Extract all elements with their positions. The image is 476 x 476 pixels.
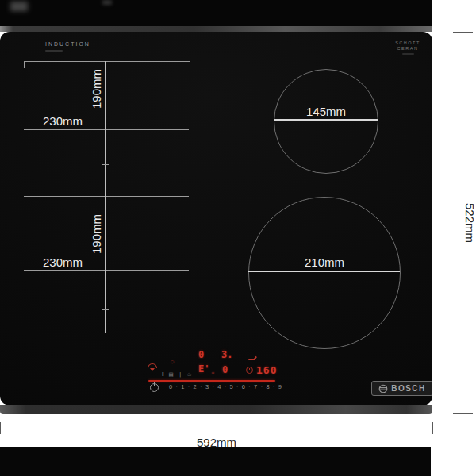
width-dimension-tick-left	[0, 422, 1, 434]
timer-display: 160	[256, 364, 277, 376]
product-dimension-diagram: INDUCTION SCHOTT CERAN 190mm 230mm 190mm…	[0, 0, 476, 476]
slider-number[interactable]: 5	[229, 383, 232, 390]
schott-ceran-subtext	[402, 53, 414, 55]
schott-ceran-print: SCHOTT CERAN	[393, 40, 423, 52]
circle-145-label: 145mm	[306, 105, 346, 118]
induction-print-label: INDUCTION	[45, 41, 90, 47]
star-indicator-icon: *	[211, 371, 215, 378]
slider-number[interactable]: 3	[205, 383, 209, 390]
width-dimension-line	[0, 428, 433, 428]
cooking-zone-circle-145	[274, 69, 378, 174]
circle-145-diameter-line	[274, 119, 378, 121]
timer-clock-icon	[246, 367, 253, 374]
center-line-tick-1	[102, 164, 109, 165]
slider-number[interactable]: 8	[266, 383, 269, 390]
power-slider-scale[interactable]: 0·1·2·3·4·5·6·7·8·9	[169, 383, 282, 390]
flex-zone-top-bracket	[24, 61, 190, 68]
circle-210-diameter-line	[248, 271, 400, 272]
hob-glass-surface: INDUCTION SCHOTT CERAN 190mm 230mm 190mm…	[0, 32, 432, 405]
slider-number[interactable]: 0	[169, 383, 172, 390]
flex-zone1-height-label: 190mm	[90, 69, 103, 109]
slider-dot: ·	[273, 384, 274, 390]
slider-number[interactable]: 2	[194, 383, 197, 390]
slider-number[interactable]: 1	[181, 383, 184, 390]
slider-dot: ·	[261, 384, 263, 390]
circle-210-label: 210mm	[305, 255, 344, 269]
reflection-highlight-small	[102, 0, 112, 5]
home-connect-wifi-icon-base	[150, 368, 155, 371]
slider-dot: ·	[248, 384, 250, 390]
flex-zone1-width-label: 230mm	[43, 114, 83, 128]
center-line-end-tick	[100, 332, 110, 332]
slider-number[interactable]: 4	[217, 383, 221, 390]
power-button-icon[interactable]	[150, 383, 159, 392]
slider-dot: ·	[236, 384, 238, 390]
depth-dimension-tick-top	[453, 32, 473, 33]
flex-zone2-width-line	[24, 270, 189, 271]
power-slider-track[interactable]	[148, 380, 275, 382]
melt-indicator-icon: ○	[171, 359, 174, 365]
bosch-logo-badge: BOSCH	[371, 381, 432, 396]
width-dimension-tick-right	[432, 422, 433, 434]
zone-display-right-top: 3.	[221, 349, 232, 360]
reflection-highlight	[10, 2, 28, 11]
flex-zone2-height-label: 190mm	[90, 214, 103, 254]
zone-display-right-bottom: 0	[222, 364, 228, 375]
flex-zone2-width-label: 230mm	[43, 255, 83, 269]
photo-top-band	[0, 0, 432, 26]
slider-dot: ·	[225, 384, 226, 390]
flex-zone1-width-line	[24, 129, 189, 130]
slider-dot: ·	[200, 384, 202, 390]
frying-sensor-icon-handle	[254, 356, 257, 359]
center-line-tick-2	[102, 309, 109, 310]
hob-rear-edge	[0, 26, 432, 32]
zone-display-left-top: 0	[198, 349, 204, 360]
bosch-logo-text: BOSCH	[391, 384, 426, 393]
flex-zone-boundary-line	[24, 196, 189, 197]
hob-front-edge	[0, 405, 432, 414]
photo-bottom-band	[0, 447, 431, 476]
zone-display-left-bottom: E'	[198, 363, 209, 374]
depth-dimension-tick-bottom	[453, 413, 473, 414]
slider-dot: ·	[212, 384, 213, 390]
slider-dot: ·	[188, 384, 190, 390]
slider-number[interactable]: 6	[242, 383, 245, 390]
slider-dot: ·	[176, 384, 178, 390]
cooking-zone-circle-210	[248, 197, 401, 349]
flex-zone-center-line	[105, 61, 106, 333]
slider-number[interactable]: 9	[278, 383, 282, 390]
depth-dimension-label: 522mm	[463, 203, 476, 243]
bosch-anchor-icon	[378, 384, 388, 393]
slider-number[interactable]: 7	[254, 383, 257, 390]
induction-print-subtext	[45, 50, 63, 52]
function-icons-cluster: ‖ ▤ ❘ ♨	[162, 371, 194, 378]
width-dimension-label: 592mm	[197, 436, 236, 449]
